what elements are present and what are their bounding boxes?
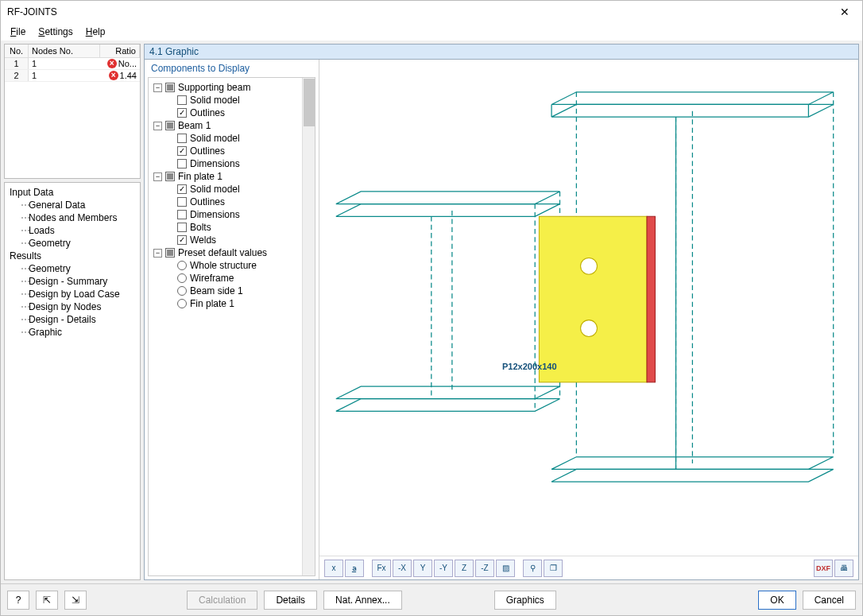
nav-results[interactable]: Results xyxy=(10,250,135,262)
nat-annex-button[interactable]: Nat. Annex... xyxy=(323,591,402,610)
error-icon xyxy=(109,71,118,80)
tool-layers[interactable]: ❐ xyxy=(544,560,563,577)
tool-view-z[interactable]: Z xyxy=(455,560,474,577)
checkbox[interactable] xyxy=(177,146,187,156)
tool-iso[interactable]: Fx xyxy=(372,560,391,577)
tool-view-my[interactable]: -Y xyxy=(434,560,453,577)
svg-point-2 xyxy=(581,258,598,274)
nav-design-details[interactable]: ⋯Design - Details xyxy=(10,313,135,326)
components-tree[interactable]: −Supporting beam Solid model Outlines −B… xyxy=(149,78,302,575)
tool-dxf-export[interactable]: DXF xyxy=(814,560,833,577)
col-no[interactable]: No. xyxy=(5,45,29,57)
nav-r-geometry[interactable]: ⋯Geometry xyxy=(10,262,135,275)
calculation-button: Calculation xyxy=(187,591,257,610)
tool-zoom[interactable]: ⚲ xyxy=(523,560,542,577)
components-title: Components to Display xyxy=(145,60,319,77)
graphics-button[interactable]: Graphics xyxy=(494,591,556,610)
checkbox[interactable] xyxy=(177,235,187,245)
cancel-button[interactable]: Cancel xyxy=(803,591,856,610)
checkbox-tristate[interactable] xyxy=(165,121,175,130)
menu-file[interactable]: File xyxy=(6,25,30,39)
checkbox[interactable] xyxy=(177,95,187,105)
svg-rect-1 xyxy=(647,216,655,382)
menu-help[interactable]: Help xyxy=(81,25,110,39)
checkbox[interactable] xyxy=(177,197,187,207)
menu-settings[interactable]: Settings xyxy=(33,25,77,39)
view-toolbar: x a̲ Fx -X Y -Y Z -Z ▨ ⚲ ❐ xyxy=(319,556,858,579)
collapse-icon[interactable]: − xyxy=(153,249,162,258)
table-row[interactable]: 2 1 1.44 xyxy=(5,70,140,82)
joint-drawing xyxy=(319,60,858,556)
checkbox[interactable] xyxy=(177,184,187,194)
tool-view-mx[interactable]: -X xyxy=(393,560,412,577)
tool-axis-x[interactable]: x xyxy=(324,560,343,577)
tool-view-y[interactable]: Y xyxy=(413,560,432,577)
nav-design-summary[interactable]: ⋯Design - Summary xyxy=(10,275,135,288)
footer-bar: ? ⇱ ⇲ Calculation Details Nat. Annex... … xyxy=(1,583,862,615)
col-ratio[interactable]: Ratio xyxy=(100,45,140,57)
collapse-icon[interactable]: − xyxy=(153,122,162,130)
nav-design-by-nodes[interactable]: ⋯Design by Nodes xyxy=(10,300,135,313)
menu-bar: File Settings Help xyxy=(1,23,862,41)
checkbox[interactable] xyxy=(177,159,187,169)
scrollbar[interactable] xyxy=(302,78,315,575)
tool-view-mz[interactable]: -Z xyxy=(475,560,494,577)
checkbox[interactable] xyxy=(177,223,187,232)
error-icon xyxy=(107,59,117,68)
nav-design-by-lc[interactable]: ⋯Design by Load Case xyxy=(10,288,135,300)
collapse-icon[interactable]: − xyxy=(153,172,162,181)
tool-proj[interactable]: ▨ xyxy=(496,560,515,577)
checkbox[interactable] xyxy=(177,108,187,118)
nav-loads[interactable]: ⋯Loads xyxy=(10,224,135,237)
tool-annot[interactable]: a̲ xyxy=(345,560,364,577)
fin-plate-label: P12x200x140 xyxy=(502,362,557,371)
export-button[interactable]: ⇲ xyxy=(64,591,87,610)
nodes-grid[interactable]: No. Nodes No. Ratio 1 1 No... 2 1 1.44 xyxy=(4,44,141,179)
nav-nodes-members[interactable]: ⋯Nodes and Members xyxy=(10,211,135,224)
radio[interactable] xyxy=(177,273,187,283)
svg-rect-0 xyxy=(539,216,647,382)
details-button[interactable]: Details xyxy=(264,591,317,610)
radio[interactable] xyxy=(177,299,187,308)
collapse-icon[interactable]: − xyxy=(153,83,162,92)
nav-geometry[interactable]: ⋯Geometry xyxy=(10,237,135,250)
checkbox[interactable] xyxy=(177,134,187,143)
col-nodes[interactable]: Nodes No. xyxy=(29,45,100,57)
navigation-tree[interactable]: Input Data ⋯General Data ⋯Nodes and Memb… xyxy=(4,182,141,580)
tool-print[interactable]: 🖶 xyxy=(834,560,853,577)
graphic-canvas[interactable]: P12x200x140 xyxy=(319,60,858,556)
ok-button[interactable]: OK xyxy=(758,591,795,610)
radio[interactable] xyxy=(177,286,187,296)
window-title: RF-JOINTS xyxy=(7,6,57,17)
checkbox-tristate[interactable] xyxy=(165,248,175,258)
table-row[interactable]: 1 1 No... xyxy=(5,58,140,70)
nav-graphic[interactable]: ⋯Graphic xyxy=(10,326,135,339)
radio[interactable] xyxy=(177,261,187,270)
svg-point-3 xyxy=(581,320,598,337)
checkbox[interactable] xyxy=(177,210,187,219)
panel-title: 4.1 Graphic xyxy=(144,44,859,59)
nav-input-data[interactable]: Input Data xyxy=(10,186,135,199)
checkbox-tristate[interactable] xyxy=(165,83,175,92)
import-button[interactable]: ⇱ xyxy=(36,591,58,610)
nav-general-data[interactable]: ⋯General Data xyxy=(10,199,135,211)
close-button[interactable]: ✕ xyxy=(829,2,861,21)
checkbox-tristate[interactable] xyxy=(165,172,175,181)
help-button[interactable]: ? xyxy=(7,591,29,610)
